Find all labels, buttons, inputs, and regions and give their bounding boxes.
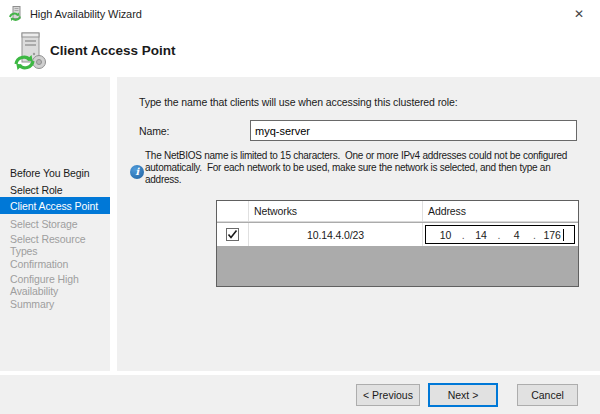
ip-octet-3[interactable]: 4 [508,229,526,241]
close-button[interactable]: ✕ [558,0,600,28]
text-caret [563,229,564,241]
wizard-header: Client Access Point [0,28,600,77]
info-icon: i [130,165,144,179]
step-before-you-begin[interactable]: Before You Begin [0,167,110,179]
network-checkbox[interactable] [226,228,239,241]
ip-octet-2[interactable]: 14 [472,229,490,241]
step-configure-high-availability: Configure High Availability [0,273,110,297]
network-cell: 10.14.4.0/23 [249,223,423,246]
step-select-role[interactable]: Select Role [0,184,110,196]
sidebar-content-divider [110,77,117,371]
ip-octet-4[interactable]: 176 [543,229,561,241]
ip-address-input[interactable]: 10 . 14 . 4 . 176 [425,225,575,244]
header-checkbox-column [217,201,249,221]
name-input[interactable] [250,120,577,141]
step-confirmation: Confirmation [0,258,110,270]
table-row: 10.14.4.0/23 10 . 14 . 4 . 176 [217,223,578,246]
step-select-storage: Select Storage [0,218,110,230]
window-title: High Availability Wizard [30,0,142,28]
name-label: Name: [139,125,169,137]
page-title: Client Access Point [50,43,176,58]
intro-text: Type the name that clients will use when… [139,96,458,108]
close-icon: ✕ [574,7,584,21]
wizard-steps-sidebar: Before You Begin Select Role Client Acce… [0,77,110,371]
footer-bar: < Previous Next > Cancel [0,375,600,414]
header-networks: Networks [249,201,423,221]
wizard-app-icon [8,6,24,22]
cancel-button[interactable]: Cancel [517,384,578,406]
ip-octet-1[interactable]: 10 [436,229,454,241]
step-client-access-point[interactable]: Client Access Point [0,197,110,214]
next-button[interactable]: Next > [428,383,498,407]
header-address: Address [423,201,578,221]
checkmark-icon [227,229,238,240]
high-availability-wizard-window: High Availability Wizard ✕ Client Access… [0,0,600,414]
netbios-info-text: The NetBIOS name is limited to 15 charac… [145,150,567,186]
table-header-row: Networks Address [217,201,578,222]
step-summary: Summary [0,298,110,310]
previous-button[interactable]: < Previous [356,384,420,406]
client-access-point-icon [9,32,49,72]
step-select-resource-types: Select Resource Types [0,233,110,257]
title-bar: High Availability Wizard ✕ [0,0,600,28]
networks-table: Networks Address 10.14.4.0/23 10 . 14 . … [216,200,579,287]
